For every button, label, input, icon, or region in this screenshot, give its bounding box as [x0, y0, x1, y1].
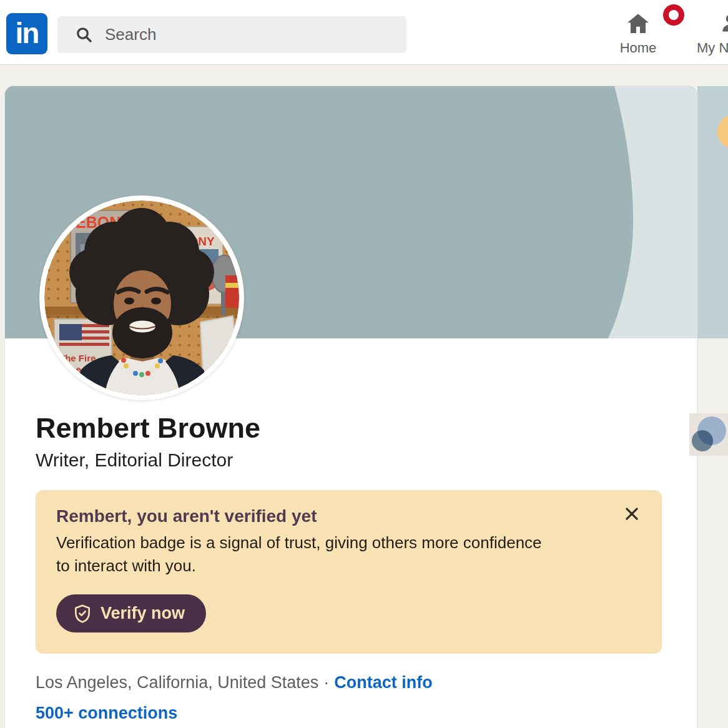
profile-headline: Writer, Editorial Director — [36, 448, 233, 472]
location-row: Los Angeles, California, United States·C… — [36, 672, 433, 693]
verification-body: Verification badge is a signal of trust,… — [56, 531, 542, 578]
svg-text:The Fire: The Fire — [59, 353, 96, 363]
profile-name: Rembert Browne — [36, 412, 260, 445]
verification-body-line-1: Verification badge is a signal of trust,… — [56, 531, 542, 554]
nav-item-home[interactable]: Home — [604, 7, 672, 56]
right-rail-thumbnail-image — [689, 413, 728, 456]
shield-check-icon — [72, 604, 92, 624]
home-icon — [624, 11, 652, 36]
people-icon — [721, 11, 728, 36]
verification-banner: Rembert, you aren't verified yet Verific… — [36, 490, 662, 654]
verify-button-label: Verify now — [101, 604, 185, 623]
verification-body-line-2: to interact with you. — [56, 554, 542, 578]
verification-title: Rembert, you aren't verified yet — [56, 506, 317, 527]
linkedin-logo[interactable]: in — [6, 13, 47, 54]
profile-card: EBONY EBONY — [5, 86, 697, 728]
contact-info-link[interactable]: Contact info — [334, 673, 432, 692]
nav-item-my-network[interactable]: My Network — [694, 7, 728, 56]
right-banner-orange-circle — [717, 114, 728, 149]
svg-text:Time: Time — [59, 364, 81, 375]
connections-link[interactable]: 500+ connections — [36, 702, 177, 724]
person — [69, 208, 214, 395]
notification-badge — [661, 2, 686, 27]
location-text: Los Angeles, California, United States — [36, 673, 318, 692]
nav-label-home: Home — [620, 40, 657, 56]
nav-label-my-network: My Network — [697, 40, 728, 56]
thumbnail-small-circle — [692, 430, 713, 451]
dot-separator: · — [323, 673, 329, 692]
right-rail-card-banner — [697, 86, 728, 338]
linkedin-profile-page: in Home — [0, 0, 728, 728]
search-bar[interactable] — [57, 16, 406, 53]
top-navbar: in Home — [0, 0, 728, 65]
close-icon[interactable] — [618, 500, 646, 528]
profile-photo[interactable]: EBONY EBONY — [39, 195, 244, 400]
search-icon — [75, 26, 94, 44]
search-input[interactable] — [105, 25, 373, 44]
verify-now-button[interactable]: Verify now — [56, 594, 206, 632]
